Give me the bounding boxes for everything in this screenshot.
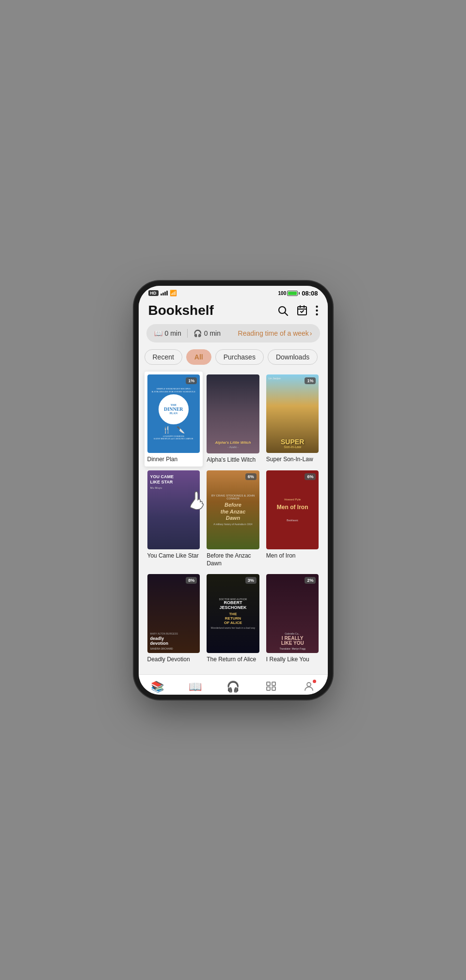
reading-time-link[interactable]: Reading time of a week › [238,329,312,337]
audio-reading-stat: 🎧 0 min [193,329,221,337]
book-title: The Return of Alice [207,656,256,664]
list-item[interactable]: BY CRAIG STOCKINGS & JOHN CONNOR Beforet… [204,467,262,570]
search-button[interactable] [277,305,289,316]
svg-rect-10 [272,682,275,685]
categories-icon [266,681,276,694]
list-item[interactable]: SIMPLE WEEKNIGHT RECIPES& STRATEGIES FOR… [145,372,203,467]
signal-icon [161,291,168,296]
tab-recent[interactable]: Recent [145,349,182,365]
svg-point-13 [307,683,311,686]
book-title: Deadly Devotion [147,656,190,664]
book-title: Alpha's Little Witch [207,456,256,464]
book-progress-badge: 2% [305,577,316,584]
reading-time-bar[interactable]: 📖 0 min 🎧 0 min Reading time of a week › [146,324,320,342]
wifi-icon: 📶 [170,290,177,296]
nav-item-audiobooks[interactable]: 🎧 Audiobooks [214,679,252,695]
list-item[interactable]: MARY ALTON BURGESS deadlydevotion SANDRA… [145,571,203,667]
book-grid: SIMPLE WEEKNIGHT RECIPES& STRATEGIES FOR… [139,372,328,667]
audio-minutes: 0 min [204,329,221,337]
notification-dot [313,680,316,683]
book-progress-badge: 6% [245,473,257,480]
nav-item-categories[interactable]: Categories [252,679,290,695]
book-progress-badge: 8% [186,577,197,584]
calendar-button[interactable] [296,305,308,316]
time-display: 08:08 [302,290,318,297]
nav-item-bookshelf[interactable]: 📚 Bookshelf [139,679,177,695]
me-icon [304,681,314,694]
tab-downloads[interactable]: Downloads [268,349,318,365]
phone-frame: HD 📶 100 08:08 Bookshelf [139,286,328,695]
svg-rect-12 [272,687,275,690]
book-title: Men of Iron [266,552,296,560]
book-progress-badge: 1% [186,377,197,384]
phone-screen: HD 📶 100 08:08 Bookshelf [139,286,328,695]
svg-point-8 [316,313,318,315]
filter-tabs: Recent All Purchases Downloads [139,349,328,372]
svg-rect-11 [267,687,270,690]
list-item[interactable]: Alpha's Little Witch - Azeht - Alpha's L… [204,372,262,467]
bookshelf-icon: 📚 [151,681,164,693]
book-progress-badge: 6% [305,473,316,480]
book-progress-badge: 3% [245,577,257,584]
list-item[interactable]: Howard Pyle Men of Iron Booklassic 6% Me… [263,467,322,570]
bottom-nav: 📚 Bookshelf 📖 Bookstore 🎧 Audiobooks [139,674,328,695]
book-title: You Came Like Star [147,552,199,560]
book-progress-badge: 1% [305,377,316,384]
audiobooks-icon: 🎧 [226,681,240,693]
svg-line-1 [285,312,288,315]
book-icon: 📖 [154,329,162,337]
battery-icon: 100 [278,291,300,296]
svg-rect-9 [267,682,270,685]
svg-point-7 [316,309,318,311]
headphone-icon: 🎧 [193,329,202,337]
status-bar: HD 📶 100 08:08 [139,286,328,299]
nav-item-bookstore[interactable]: 📖 Bookstore [177,679,214,695]
book-minutes: 0 min [165,329,181,337]
book-title: Super Son-In-Law [266,456,313,464]
book-title: Before the Anzac Dawn [207,552,259,567]
tab-purchases[interactable]: Purchases [215,349,264,365]
chevron-right-icon: › [310,329,312,337]
svg-point-6 [316,305,318,307]
bookstore-icon: 📖 [189,681,202,693]
tab-all[interactable]: All [186,349,211,365]
list-item[interactable]: Lin Jianjian SUPER Son-In-Law 1% Super S… [263,372,322,467]
list-item[interactable]: DOCTOR WHO AUTHOR ROBERTJESCHONEK THERET… [204,571,262,667]
book-title: I Really Like You [266,656,309,664]
hd-badge: HD [148,290,159,296]
list-item[interactable]: YOU CAMELIKE STAR Mu Muyu You Came Like … [145,467,203,570]
more-options-button[interactable] [316,305,318,316]
header: Bookshelf [139,299,328,324]
svg-rect-2 [298,307,306,315]
book-title: Dinner Plan [147,456,178,464]
page-title: Bookshelf [148,303,214,318]
list-item[interactable]: Gabrielle Ca... I REALLYLIKE YOU Transla… [263,571,322,667]
nav-item-me[interactable]: Me [290,679,328,695]
book-reading-stat: 📖 0 min [154,329,181,337]
